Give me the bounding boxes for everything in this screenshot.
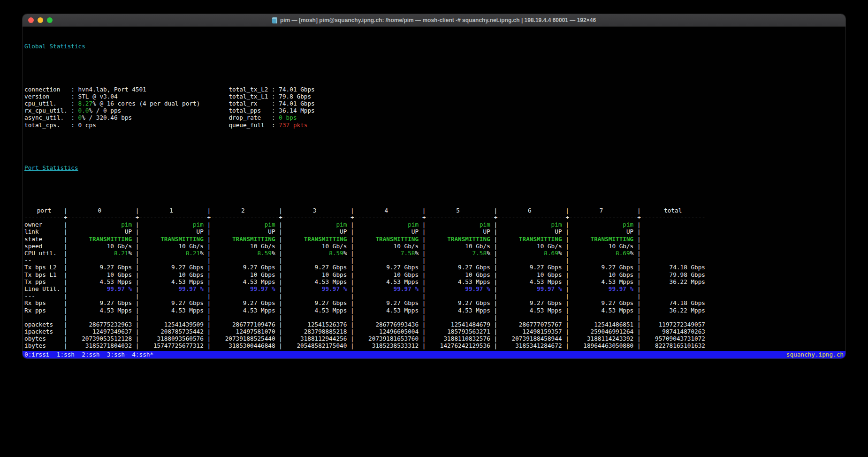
cell: 4.53 Mpps	[282, 307, 347, 314]
cell: 10 Gbps	[139, 271, 203, 278]
cell: 4.53 Mpps	[139, 307, 203, 314]
cell-value: 99.97 %	[178, 285, 203, 292]
column-separator: |	[207, 271, 211, 278]
cell: TRANSMITTING	[497, 236, 562, 243]
cell: 10 Gbps	[68, 271, 132, 278]
cell-value: 4.53 Mpps	[243, 307, 275, 314]
column-separator: |	[136, 314, 139, 321]
global-stats-row: cpu_util.: 8.27% @ 16 cores (4 per dual …	[24, 100, 845, 107]
column-separator: |	[136, 236, 139, 243]
zoom-button[interactable]	[47, 17, 53, 23]
column-separator: |	[565, 264, 569, 271]
column-separator: |	[350, 328, 354, 335]
column-separator: |	[422, 342, 426, 349]
cell: UP	[211, 228, 275, 235]
global-stat-label: cpu_util.	[24, 100, 71, 107]
column-separator: |	[637, 278, 641, 285]
cell-value: 3188093560576	[157, 335, 204, 342]
column-separator: |	[494, 314, 497, 321]
total-column-header: total	[641, 207, 705, 214]
cell-value: 20739188525440	[225, 335, 275, 342]
cell-suffix: %	[558, 250, 562, 257]
column-separator: |	[565, 228, 569, 235]
column-separator: |	[422, 335, 426, 342]
cell-value: pim	[121, 221, 132, 228]
cell-value: 10 Gbps	[537, 271, 562, 278]
cell-value: 99.97 %	[537, 285, 562, 292]
cell: UP	[68, 228, 132, 235]
cell: UP	[354, 228, 419, 235]
cell-value: 10 Gb/s	[322, 243, 347, 250]
cell: 4.53 Mpps	[497, 278, 562, 285]
cell-value: 12541484679	[451, 321, 490, 328]
cell: 99.97 %	[211, 285, 275, 292]
cell: pim	[569, 221, 633, 228]
cell-value: UP	[411, 228, 419, 235]
table-row: Tx bps L1|10 Gbps |10 Gbps |10 Gbps |10 …	[24, 271, 845, 278]
column-separator: |	[637, 328, 641, 335]
port-column-header: 3	[282, 207, 347, 214]
document-icon	[272, 17, 277, 23]
global-stats-row: version: STL @ v3.04total_tx_L1: 79.8 Gb…	[24, 93, 845, 100]
column-separator: |	[350, 314, 354, 321]
tmux-window: 2:ssh	[82, 351, 99, 358]
global-stat-label: async_util.	[24, 114, 71, 121]
cell-value: 12497581070	[236, 328, 275, 335]
close-button[interactable]	[28, 17, 34, 23]
column-separator: |	[422, 285, 426, 292]
colon: :	[272, 93, 279, 100]
column-separator: |	[637, 299, 641, 306]
column-separator: |	[350, 250, 354, 257]
cell-value: 20739188458944	[512, 335, 562, 342]
tmux-window: 0:irssi	[24, 351, 49, 358]
cell-value: pim	[480, 221, 490, 228]
column-separator: |	[64, 292, 68, 299]
traffic-lights	[28, 14, 53, 26]
port-statistics-heading: Port Statistics	[24, 164, 845, 171]
cell: 286775232963	[68, 321, 132, 328]
column-separator: |	[422, 307, 426, 314]
cell: 8.59%	[282, 250, 347, 257]
column-separator: |	[565, 285, 569, 292]
cell: 10 Gb/s	[497, 243, 562, 250]
port-column-header: 7	[569, 207, 633, 214]
cell: 10 Gb/s	[139, 243, 203, 250]
cell: 286777075767	[497, 321, 562, 328]
cell: 4.53 Mpps	[211, 278, 275, 285]
column-separator: |	[64, 321, 68, 328]
cell: 9.27 Gbps	[426, 264, 490, 271]
column-separator: |	[565, 307, 569, 314]
cell: 99.97 %	[139, 285, 203, 292]
colon: :	[71, 100, 78, 107]
table-row: Rx bps|9.27 Gbps |9.27 Gbps |9.27 Gbps |…	[24, 299, 845, 306]
cell-value: 8.69	[544, 250, 558, 257]
cell-suffix: %	[200, 250, 204, 257]
column-separator: |	[565, 236, 569, 243]
column-separator: |	[64, 335, 68, 342]
table-row: opackets|286775232963 |12541439509 |2867…	[24, 321, 845, 328]
column-separator: |	[279, 285, 282, 292]
column-separator: |	[350, 335, 354, 342]
cell: 3185341284672	[497, 342, 562, 349]
cell-value: 99.97 %	[394, 285, 419, 292]
cell-value: 9.27 Gbps	[171, 264, 204, 271]
total-cell: 987414870263	[641, 328, 705, 335]
column-separator: |	[565, 278, 569, 285]
column-separator: |	[350, 278, 354, 285]
cell-value: 12497349637	[92, 328, 132, 335]
row-label: Line Util.	[24, 285, 64, 292]
cell-value: 8.59	[257, 250, 272, 257]
minimize-button[interactable]	[38, 17, 43, 23]
cell: UP	[497, 228, 562, 235]
title-bar[interactable]: pim — [mosh] pim@squanchy.ipng.ch: /home…	[23, 14, 845, 27]
column-separator: |	[279, 314, 282, 321]
global-stats-row: connection: hvn4.lab, Port 4501total_tx_…	[24, 86, 845, 93]
column-separator: |	[136, 264, 139, 271]
column-separator: |	[494, 243, 497, 250]
table-row: Rx pps|4.53 Mpps |4.53 Mpps |4.53 Mpps |…	[24, 307, 845, 314]
cell: TRANSMITTING	[68, 236, 132, 243]
cell: 99.97 %	[497, 285, 562, 292]
cell-value: 9.27 Gbps	[458, 299, 490, 306]
global-stat-label: total_rx	[228, 100, 272, 107]
cell: 283798885218	[282, 328, 347, 335]
